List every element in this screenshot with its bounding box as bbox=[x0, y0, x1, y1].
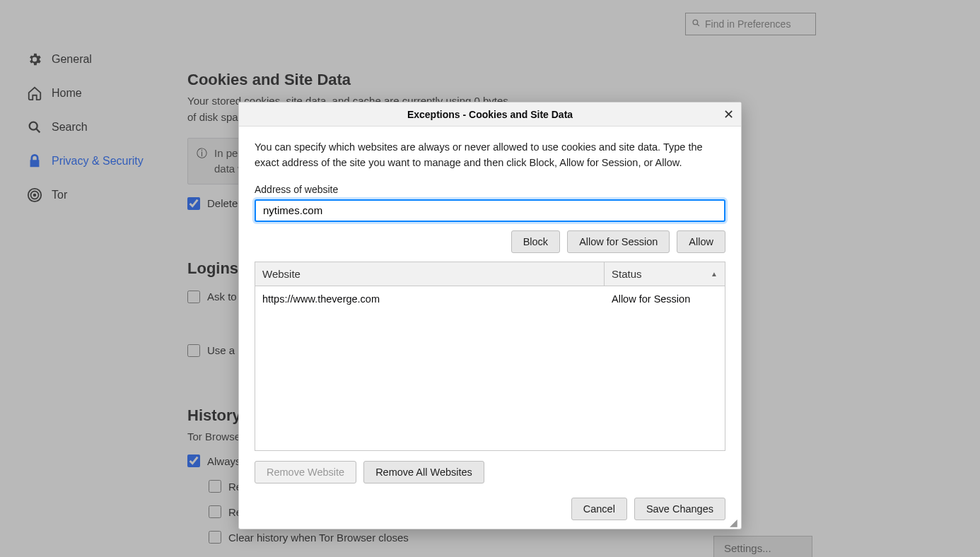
exceptions-dialog: Exceptions - Cookies and Site Data ✕ You… bbox=[238, 102, 742, 529]
row-status: Allow for Session bbox=[605, 293, 725, 305]
column-status[interactable]: Status ▲ bbox=[605, 262, 725, 286]
column-website[interactable]: Website bbox=[255, 262, 605, 286]
remove-all-websites-button[interactable]: Remove All Websites bbox=[363, 461, 484, 483]
cancel-button[interactable]: Cancel bbox=[571, 498, 627, 520]
dialog-title: Exceptions - Cookies and Site Data bbox=[407, 109, 573, 120]
modal-overlay: Exceptions - Cookies and Site Data ✕ You… bbox=[0, 0, 980, 557]
address-label: Address of website bbox=[255, 184, 725, 195]
close-icon[interactable]: ✕ bbox=[723, 107, 734, 122]
block-button[interactable]: Block bbox=[511, 230, 560, 253]
allow-button[interactable]: Allow bbox=[677, 230, 725, 253]
table-row[interactable]: https://www.theverge.com Allow for Sessi… bbox=[255, 286, 725, 312]
exceptions-table: Website Status ▲ https://www.theverge.co… bbox=[255, 262, 725, 451]
row-website: https://www.theverge.com bbox=[255, 293, 605, 305]
resize-grip-icon[interactable]: ◢ bbox=[730, 517, 740, 527]
sort-asc-icon: ▲ bbox=[711, 270, 718, 278]
save-changes-button[interactable]: Save Changes bbox=[634, 498, 725, 520]
address-input[interactable] bbox=[255, 199, 725, 222]
allow-session-button[interactable]: Allow for Session bbox=[567, 230, 670, 253]
remove-website-button: Remove Website bbox=[255, 461, 356, 483]
dialog-description: You can specify which websites are alway… bbox=[255, 139, 725, 171]
dialog-header: Exceptions - Cookies and Site Data ✕ bbox=[239, 102, 741, 127]
